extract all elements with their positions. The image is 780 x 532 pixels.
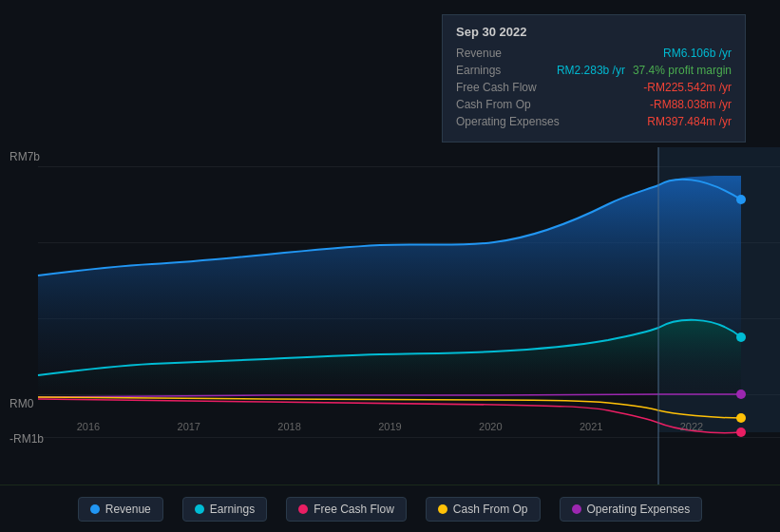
legend-revenue-label: Revenue bbox=[105, 503, 151, 516]
legend-fcf[interactable]: Free Cash Flow bbox=[286, 497, 407, 522]
legend-opex-label: Operating Expenses bbox=[587, 503, 691, 516]
tooltip-profit-margin: 37.4% profit margin bbox=[633, 64, 732, 77]
x-label-2021: 2021 bbox=[580, 421, 602, 432]
legend-earnings-dot bbox=[195, 504, 204, 514]
tooltip-opex-label: Operating Expenses bbox=[456, 115, 560, 128]
x-label-2018: 2018 bbox=[277, 421, 300, 432]
tooltip-fcf-label: Free Cash Flow bbox=[456, 81, 537, 94]
tooltip-opex-row: Operating Expenses RM397.484m /yr bbox=[456, 115, 732, 128]
tooltip-date: Sep 30 2022 bbox=[456, 25, 732, 39]
legend-opex-dot bbox=[572, 504, 581, 514]
tooltip-earnings-value: RM2.283b /yr bbox=[557, 64, 625, 77]
legend-revenue-dot bbox=[90, 504, 100, 514]
tooltip-box: Sep 30 2022 Revenue RM6.106b /yr Earning… bbox=[442, 14, 746, 142]
legend-bar: Revenue Earnings Free Cash Flow Cash Fro… bbox=[0, 484, 780, 532]
tooltip-fcf-row: Free Cash Flow -RM225.542m /yr bbox=[456, 81, 732, 94]
legend-cashfromop[interactable]: Cash From Op bbox=[426, 497, 541, 522]
opex-line bbox=[38, 394, 741, 397]
x-label-2017: 2017 bbox=[178, 421, 200, 432]
legend-earnings-label: Earnings bbox=[210, 503, 255, 516]
revenue-dot bbox=[736, 195, 746, 204]
tooltip-earnings-label: Earnings bbox=[456, 64, 501, 77]
tooltip-cashfromop-label: Cash From Op bbox=[456, 98, 531, 111]
legend-revenue[interactable]: Revenue bbox=[78, 497, 163, 522]
x-axis-labels: 2016 2017 2018 2019 2020 2021 2022 bbox=[0, 421, 780, 432]
legend-earnings[interactable]: Earnings bbox=[182, 497, 267, 522]
earnings-dot bbox=[736, 332, 746, 342]
chart-area: RM7b RM0 -RM1b bbox=[0, 0, 780, 484]
tooltip-fcf-value: -RM225.542m /yr bbox=[643, 81, 732, 94]
tooltip-revenue-row: Revenue RM6.106b /yr bbox=[456, 47, 732, 60]
x-label-2020: 2020 bbox=[479, 421, 502, 432]
tooltip-revenue-value: RM6.106b /yr bbox=[663, 47, 732, 60]
x-label-2016: 2016 bbox=[77, 421, 100, 432]
x-label-2019: 2019 bbox=[378, 421, 401, 432]
legend-cashfromop-dot bbox=[438, 504, 447, 514]
tooltip-cashfromop-row: Cash From Op -RM88.038m /yr bbox=[456, 98, 732, 111]
opex-dot bbox=[736, 390, 746, 399]
tooltip-earnings-row: Earnings RM2.283b /yr 37.4% profit margi… bbox=[456, 64, 732, 77]
tooltip-opex-value: RM397.484m /yr bbox=[647, 115, 732, 128]
tooltip-cashfromop-value: -RM88.038m /yr bbox=[650, 98, 732, 111]
legend-fcf-dot bbox=[298, 504, 308, 514]
tooltip-revenue-label: Revenue bbox=[456, 47, 502, 60]
x-label-2022: 2022 bbox=[680, 421, 703, 432]
legend-fcf-label: Free Cash Flow bbox=[314, 503, 394, 516]
legend-opex[interactable]: Operating Expenses bbox=[560, 497, 703, 522]
legend-cashfromop-label: Cash From Op bbox=[453, 503, 528, 516]
